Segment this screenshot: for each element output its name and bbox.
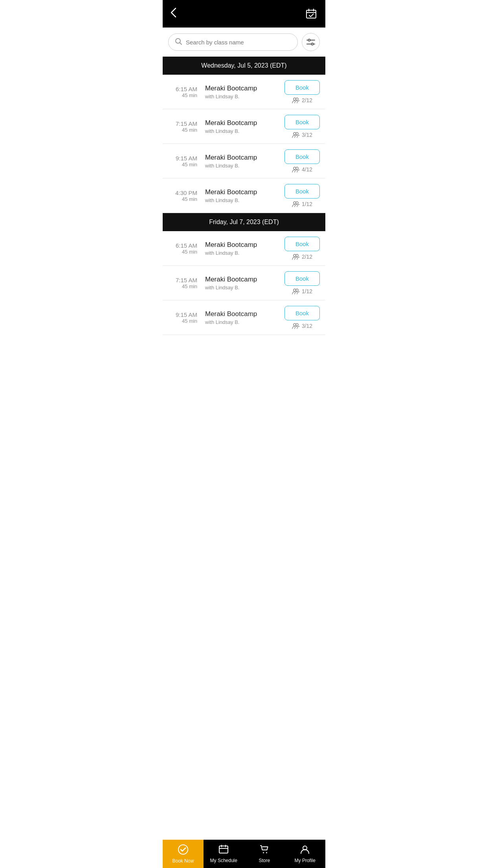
svg-point-15: [296, 254, 298, 257]
class-action: Book 1/12: [284, 184, 320, 207]
class-info: Meraki Bootcamp with Lindsay B.: [204, 188, 284, 203]
svg-point-1: [176, 39, 180, 43]
class-info: Meraki Bootcamp with Lindsay B.: [204, 154, 284, 169]
capacity-value: 3/12: [302, 132, 312, 138]
class-duration: 45 min: [168, 92, 197, 98]
svg-rect-0: [306, 10, 316, 18]
svg-point-19: [296, 324, 298, 326]
book-button[interactable]: Book: [284, 271, 320, 286]
svg-point-10: [294, 167, 296, 169]
capacity: 4/12: [292, 166, 312, 173]
book-button[interactable]: Book: [284, 237, 320, 251]
class-name: Meraki Bootcamp: [205, 276, 284, 283]
class-info: Meraki Bootcamp with Lindsay B.: [204, 119, 284, 134]
class-row: 6:15 AM 45 min Meraki Bootcamp with Lind…: [163, 75, 325, 109]
svg-point-14: [294, 254, 296, 257]
class-row: 7:15 AM 45 min Meraki Bootcamp with Lind…: [163, 109, 325, 144]
class-duration: 45 min: [168, 283, 197, 289]
class-list: Wednesday, Jul 5, 2023 (EDT) 6:15 AM 45 …: [163, 57, 325, 366]
class-duration: 45 min: [168, 249, 197, 255]
class-info: Meraki Bootcamp with Lindsay B.: [204, 85, 284, 99]
class-duration: 45 min: [168, 318, 197, 324]
class-name: Meraki Bootcamp: [205, 188, 284, 196]
class-time-value: 4:30 PM: [168, 189, 197, 196]
svg-point-11: [296, 167, 298, 169]
svg-point-8: [294, 132, 296, 135]
class-duration: 45 min: [168, 162, 197, 167]
class-time: 4:30 PM 45 min: [168, 189, 204, 202]
people-icon: [292, 323, 300, 329]
class-time-value: 6:15 AM: [168, 86, 197, 92]
class-action: Book 2/12: [284, 237, 320, 260]
capacity-value: 2/12: [302, 97, 312, 103]
capacity-value: 2/12: [302, 254, 312, 260]
capacity: 1/12: [292, 201, 312, 207]
class-action: Book 2/12: [284, 80, 320, 103]
search-container: [163, 28, 325, 57]
class-instructor: with Lindsay B.: [205, 197, 284, 203]
capacity: 1/12: [292, 288, 312, 294]
class-time-value: 7:15 AM: [168, 120, 197, 127]
capacity: 2/12: [292, 97, 312, 103]
svg-point-18: [294, 324, 296, 326]
svg-point-7: [296, 98, 298, 100]
book-button[interactable]: Book: [284, 184, 320, 199]
class-name: Meraki Bootcamp: [205, 119, 284, 127]
people-icon: [292, 97, 300, 103]
class-info: Meraki Bootcamp with Lindsay B.: [204, 276, 284, 291]
class-action: Book 3/12: [284, 306, 320, 329]
back-button[interactable]: [170, 6, 180, 22]
class-instructor: with Lindsay B.: [205, 94, 284, 99]
capacity: 3/12: [292, 132, 312, 138]
date-header: Friday, Jul 7, 2023 (EDT): [163, 213, 325, 231]
people-icon: [292, 254, 300, 260]
class-row: 9:15 AM 45 min Meraki Bootcamp with Lind…: [163, 144, 325, 178]
class-action: Book 4/12: [284, 149, 320, 173]
class-instructor: with Lindsay B.: [205, 163, 284, 169]
class-time: 6:15 AM 45 min: [168, 86, 204, 98]
book-button[interactable]: Book: [284, 306, 320, 320]
svg-point-9: [296, 132, 298, 135]
class-row: 9:15 AM 45 min Meraki Bootcamp with Lind…: [163, 300, 325, 335]
search-input[interactable]: [186, 39, 291, 46]
people-icon: [292, 288, 300, 294]
class-name: Meraki Bootcamp: [205, 154, 284, 162]
class-instructor: with Lindsay B.: [205, 250, 284, 256]
svg-point-6: [294, 98, 296, 100]
book-button[interactable]: Book: [284, 80, 320, 95]
class-instructor: with Lindsay B.: [205, 128, 284, 134]
svg-point-5: [312, 43, 314, 45]
class-instructor: with Lindsay B.: [205, 285, 284, 291]
header: [163, 0, 325, 28]
class-duration: 45 min: [168, 196, 197, 202]
book-button[interactable]: Book: [284, 115, 320, 129]
class-action: Book 1/12: [284, 271, 320, 294]
class-name: Meraki Bootcamp: [205, 85, 284, 92]
capacity-value: 1/12: [302, 288, 312, 294]
class-time-value: 7:15 AM: [168, 277, 197, 283]
search-input-wrapper: [168, 33, 298, 51]
class-instructor: with Lindsay B.: [205, 319, 284, 325]
capacity: 2/12: [292, 254, 312, 260]
people-icon: [292, 166, 300, 173]
filter-button[interactable]: [302, 33, 320, 51]
svg-point-17: [296, 289, 298, 291]
class-time: 9:15 AM 45 min: [168, 311, 204, 324]
capacity: 3/12: [292, 323, 312, 329]
search-icon: [175, 38, 182, 46]
class-name: Meraki Bootcamp: [205, 310, 284, 318]
class-time: 7:15 AM 45 min: [168, 277, 204, 289]
calendar-check-icon[interactable]: [304, 7, 318, 21]
class-duration: 45 min: [168, 127, 197, 133]
filter-icon: [306, 39, 315, 46]
class-time: 9:15 AM 45 min: [168, 155, 204, 167]
people-icon: [292, 132, 300, 138]
book-button[interactable]: Book: [284, 149, 320, 164]
class-time: 6:15 AM 45 min: [168, 242, 204, 255]
class-time-value: 9:15 AM: [168, 311, 197, 318]
class-info: Meraki Bootcamp with Lindsay B.: [204, 241, 284, 256]
svg-point-4: [308, 39, 310, 41]
class-time-value: 6:15 AM: [168, 242, 197, 249]
date-header: Wednesday, Jul 5, 2023 (EDT): [163, 57, 325, 75]
class-time: 7:15 AM 45 min: [168, 120, 204, 133]
